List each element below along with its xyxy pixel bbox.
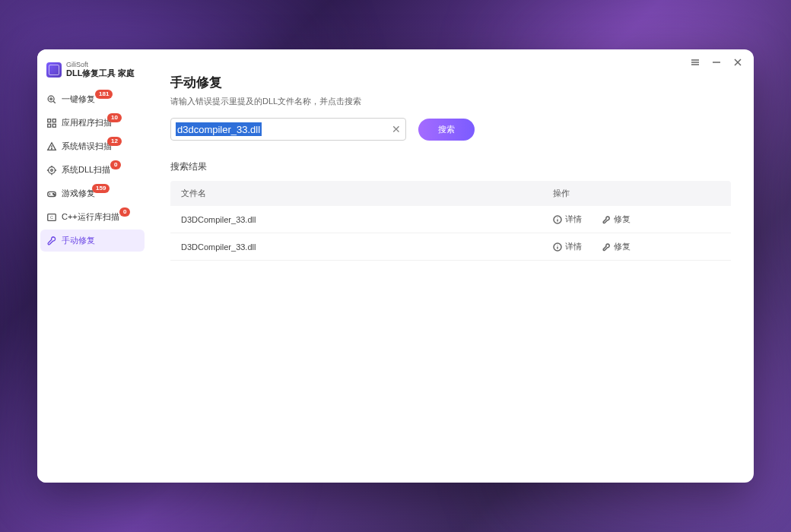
page-title: 手动修复 (170, 74, 731, 91)
search-input[interactable] (171, 119, 405, 140)
magnify-icon (46, 94, 57, 105)
sidebar: GiliSoft DLL修复工具 家庭 一键修复 181 应用程序扫描 10 系… (37, 49, 148, 483)
svg-point-7 (49, 166, 56, 173)
nav-badge: 0 (119, 207, 130, 217)
close-button[interactable] (732, 57, 743, 68)
table-row: D3DCompiler_33.dll 详情 修复 (170, 206, 731, 233)
menu-button[interactable] (690, 57, 700, 68)
search-button[interactable]: 搜索 (418, 119, 475, 141)
repair-label: 修复 (614, 241, 631, 252)
target-icon (46, 165, 57, 176)
titlebar (690, 57, 743, 68)
search-row: d3dcompiler_33.dll ✕ 搜索 (170, 118, 731, 141)
row-filename: D3DCompiler_33.dll (181, 242, 553, 252)
svg-text:C: C (50, 215, 53, 220)
table-row: D3DCompiler_33.dll 详情 修复 (170, 233, 731, 261)
nav-one-click-repair[interactable]: 一键修复 181 (40, 88, 145, 110)
nav-badge: 0 (110, 160, 121, 169)
wrench-icon (46, 236, 57, 246)
cpp-icon: C (46, 212, 57, 223)
nav-label: 手动修复 (62, 235, 95, 246)
nav-label: 系统错误扫描 (62, 141, 112, 152)
nav-cpp-runtime-scan[interactable]: C C++运行库扫描 0 (40, 206, 145, 228)
brand-label: GiliSoft (66, 62, 135, 68)
logo-area: GiliSoft DLL修复工具 家庭 (37, 62, 148, 88)
svg-rect-3 (52, 119, 56, 122)
nav-label: C++运行库扫描 (62, 211, 119, 223)
gamepad-icon (46, 188, 57, 199)
svg-point-0 (48, 96, 54, 102)
repair-button[interactable]: 修复 (602, 241, 631, 252)
nav-label: 游戏修复 (62, 188, 95, 199)
svg-rect-4 (48, 124, 51, 127)
nav-app-scan[interactable]: 应用程序扫描 10 (40, 112, 145, 134)
results-header: 文件名 操作 (170, 181, 731, 206)
app-logo-icon (46, 62, 62, 78)
nav-label: 应用程序扫描 (62, 117, 112, 128)
svg-point-8 (51, 169, 53, 171)
search-box: d3dcompiler_33.dll ✕ (170, 118, 406, 141)
results-label: 搜索结果 (170, 160, 731, 173)
nav-badge: 12 (107, 137, 122, 146)
detail-button[interactable]: 详情 (553, 241, 582, 252)
col-filename-header: 文件名 (181, 188, 553, 199)
nav-system-error-scan[interactable]: 系统错误扫描 12 (40, 135, 145, 157)
app-title: DLL修复工具 家庭 (66, 69, 135, 78)
nav-system-dll-scan[interactable]: 系统DLL扫描 0 (40, 159, 145, 181)
svg-point-1 (50, 97, 52, 100)
svg-rect-5 (52, 124, 56, 127)
nav-badge: 159 (92, 184, 110, 193)
nav-label: 一键修复 (62, 93, 95, 105)
nav-badge: 10 (107, 113, 122, 122)
page-subtitle: 请输入错误提示里提及的DLL文件名称，并点击搜索 (170, 96, 731, 107)
detail-button[interactable]: 详情 (553, 214, 582, 225)
clear-icon[interactable]: ✕ (392, 124, 401, 135)
nav-label: 系统DLL扫描 (62, 164, 110, 176)
nav-manual-repair[interactable]: 手动修复 (40, 230, 145, 252)
svg-rect-2 (48, 119, 51, 122)
col-actions-header: 操作 (553, 188, 720, 199)
info-icon (553, 242, 562, 252)
wrench-icon (602, 215, 611, 224)
wrench-icon (602, 242, 611, 252)
grid-icon (46, 118, 57, 128)
detail-label: 详情 (565, 241, 582, 252)
warning-icon (46, 141, 57, 152)
minimize-button[interactable] (711, 57, 722, 68)
nav-game-repair[interactable]: 游戏修复 159 (40, 182, 145, 204)
svg-point-6 (52, 148, 52, 149)
app-window: GiliSoft DLL修复工具 家庭 一键修复 181 应用程序扫描 10 系… (37, 49, 754, 483)
repair-label: 修复 (614, 214, 631, 225)
repair-button[interactable]: 修复 (602, 214, 631, 225)
svg-point-11 (54, 194, 55, 195)
nav-list: 一键修复 181 应用程序扫描 10 系统错误扫描 12 系统DLL扫描 0 游… (37, 88, 148, 252)
info-icon (553, 215, 562, 224)
row-filename: D3DCompiler_33.dll (181, 215, 553, 224)
detail-label: 详情 (565, 214, 582, 225)
main-content: 手动修复 请输入错误提示里提及的DLL文件名称，并点击搜索 d3dcompile… (148, 49, 754, 483)
nav-badge: 181 (95, 90, 113, 99)
